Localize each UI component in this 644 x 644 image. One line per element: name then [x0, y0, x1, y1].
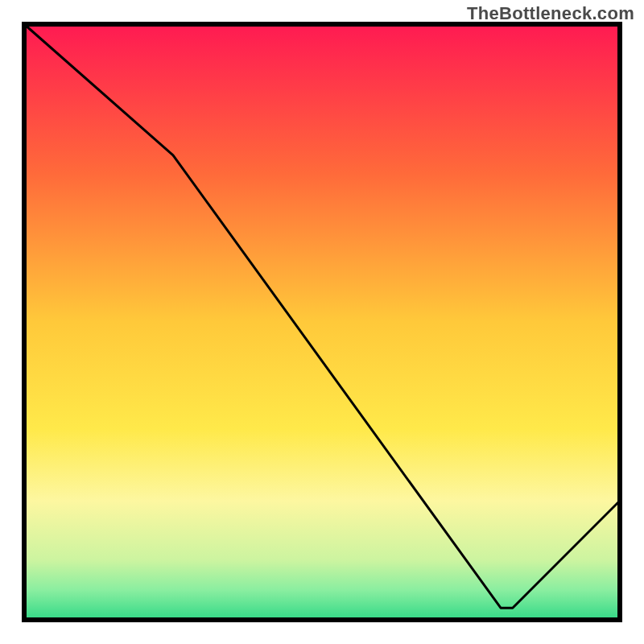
watermark-text: TheBottleneck.com — [467, 3, 634, 24]
plot-gradient — [24, 24, 620, 620]
bottleneck-chart — [0, 0, 644, 644]
